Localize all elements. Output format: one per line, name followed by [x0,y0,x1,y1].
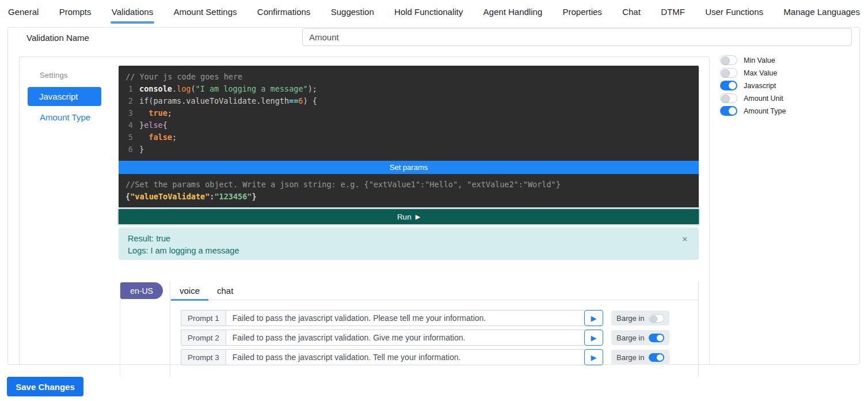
toggle-label: Javascript [744,82,776,90]
tab-chat[interactable]: Chat [622,0,641,24]
code-token: else [144,119,163,131]
prompt-label: Prompt 3 [181,349,226,365]
barge-in-label: Barge in [616,353,644,362]
prompt-row: Prompt 2▶Barge in [181,330,698,346]
tab-suggestion[interactable]: Suggestion [331,0,374,24]
channel-tabs: voicechat [170,281,698,300]
sidebar-item-amount-type[interactable]: Amount Type [40,112,90,122]
code-token: console [139,83,172,95]
tab-amount-settings[interactable]: Amount Settings [173,0,237,24]
toggle-javascript[interactable] [720,81,737,90]
play-prompt-button[interactable]: ▶ [584,310,603,326]
settings-sidebar: Settings JavascriptAmount Type [20,57,111,364]
code-line: 5 false; [122,131,692,143]
code-token: == [289,95,298,107]
language-badge: en-US [120,282,163,299]
save-changes-button[interactable]: Save Changes [7,377,83,396]
code-line: 4} else { [122,119,692,131]
barge-in-label: Barge in [616,334,644,342]
language-badge-column: en-US [120,281,170,377]
params-comment: //Set the params object. Write a json st… [125,179,692,191]
line-number: 6 [122,143,139,156]
top-nav-tabs: GeneralPromptsValidationsAmount Settings… [0,0,868,24]
barge-in-control: Barge in [611,330,669,345]
params-editor[interactable]: //Set the params object. Write a json st… [119,174,699,207]
barge-in-toggle[interactable] [649,314,664,323]
barge-in-label: Barge in [616,314,644,323]
line-number: 4 [122,119,139,131]
line-number: 5 [122,131,139,143]
toggle-row-max-value: Max Value [720,68,852,78]
code-token: } [139,143,144,156]
toggle-amount-type[interactable] [720,106,737,116]
toggle-row-amount-type: Amount Type [720,106,852,116]
tab-properties[interactable]: Properties [563,0,602,24]
toggle-min-value[interactable] [720,55,737,65]
prompt-rows: Prompt 1▶Barge inPrompt 2▶Barge inPrompt… [170,300,698,377]
tab-manage-languages[interactable]: Manage Languages [783,0,860,24]
play-prompt-button[interactable]: ▶ [584,349,603,365]
prompt-row: Prompt 3▶Barge in [181,349,698,365]
validation-content: // Your js code goes here 1console.log("… [111,57,709,364]
toggle-label: Amount Type [744,107,786,115]
barge-in-toggle[interactable] [649,353,664,362]
code-token: "I am logging a message" [196,83,308,95]
prompt-row: Prompt 1▶Barge in [181,310,698,326]
code-token: { [163,119,167,131]
code-token: . [172,83,177,95]
barge-in-control: Barge in [611,350,669,365]
barge-in-control: Barge in [611,311,669,326]
set-params-button[interactable]: Set params [119,161,699,174]
code-token: ; [167,107,172,119]
tab-validations[interactable]: Validations [112,0,153,24]
barge-in-toggle[interactable] [649,334,664,342]
params-json-line: {"valueToValidate":"123456"} [125,191,692,203]
tab-general[interactable]: General [8,0,39,24]
language-section: en-US voicechat Prompt 1▶Barge inPrompt … [120,281,699,377]
line-number: 3 [122,107,139,119]
play-icon: ▶ [591,334,597,342]
tab-dtmf[interactable]: DTMF [661,0,685,24]
language-main: voicechat Prompt 1▶Barge inPrompt 2▶Barg… [170,281,699,377]
play-prompt-button[interactable]: ▶ [584,330,603,346]
tab-user-functions[interactable]: User Functions [705,0,763,24]
play-icon: ▶ [416,213,420,221]
toggle-amount-unit[interactable] [720,93,737,103]
run-button[interactable]: Run ▶ [119,209,699,224]
toggle-label: Min Value [744,56,775,65]
code-token: ( [191,83,195,95]
toggle-label: Max Value [744,69,777,77]
tab-voice[interactable]: voice [171,281,208,300]
prompt-input-1[interactable] [226,310,585,326]
code-token: "123456" [214,192,252,201]
js-code-editor[interactable]: // Your js code goes here 1console.log("… [119,66,699,161]
editor-comment: // Your js code goes here [122,71,692,83]
settings-heading: Settings [40,71,111,80]
code-token [139,107,149,119]
prompt-input-3[interactable] [226,349,585,365]
prompt-input-group: Prompt 2 [181,330,585,346]
result-line: Result: true [128,233,690,245]
play-icon: ▶ [591,353,597,362]
tab-prompts[interactable]: Prompts [59,0,92,24]
toggle-row-amount-unit: Amount Unit [720,93,852,103]
tab-hold-functionality[interactable]: Hold Functionality [394,0,463,24]
prompt-input-2[interactable] [226,330,585,346]
code-line: 1console.log("I am logging a message"); [122,83,692,95]
sidebar-item-javascript[interactable]: Javascript [28,87,101,106]
validation-name-input[interactable] [302,28,852,46]
close-icon[interactable]: × [682,233,687,245]
code-token: if(params.valueToValidate.length [139,95,289,107]
code-token: 6 [298,95,303,107]
prompt-label: Prompt 1 [181,310,226,326]
code-token [139,131,149,143]
tab-confirmations[interactable]: Confirmations [257,0,311,24]
tab-chat[interactable]: chat [208,281,242,300]
toggle-max-value[interactable] [720,68,737,78]
validation-name-label: Validation Name [26,33,89,43]
code-token: } [252,192,256,201]
code-token: log [177,83,191,95]
field-toggles-panel: Min ValueMax ValueJavascriptAmount UnitA… [720,55,852,119]
play-icon: ▶ [591,314,597,323]
tab-agent-handling[interactable]: Agent Handling [484,0,543,24]
